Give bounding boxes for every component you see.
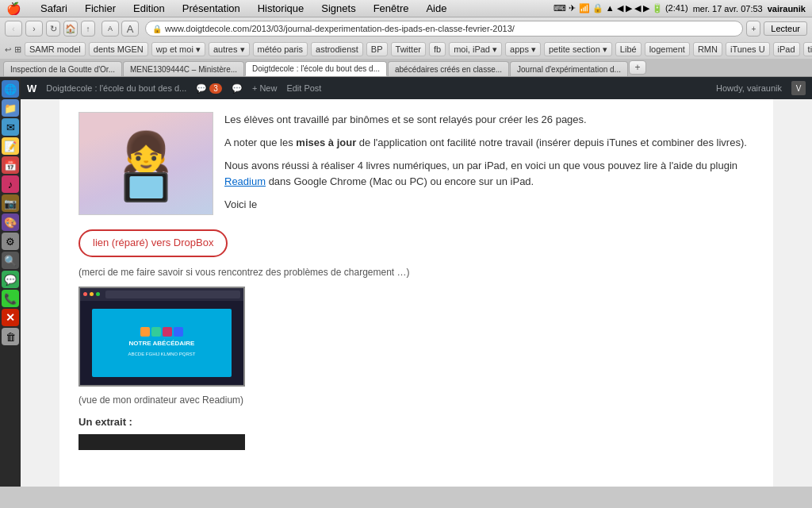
apple-menu[interactable]: 🍎 xyxy=(6,2,21,16)
text-smaller-button[interactable]: A xyxy=(102,21,119,37)
dock-music-icon[interactable]: ♪ xyxy=(2,175,19,193)
wp-comments[interactable]: 💬 3 xyxy=(196,83,222,94)
reload-icon: ↻ xyxy=(50,24,57,34)
wp-logo[interactable]: W xyxy=(27,83,36,94)
tab-4[interactable]: abécédaires créés en classe... xyxy=(388,61,509,76)
go-back-small[interactable]: ↩ xyxy=(5,45,11,54)
bookmark-autres[interactable]: autres ▾ xyxy=(209,42,250,56)
wp-new-button[interactable]: + New xyxy=(252,83,278,93)
forward-icon: › xyxy=(33,25,35,33)
tab-grid-icon[interactable]: ⊞ xyxy=(14,44,21,55)
dock-photos-icon[interactable]: 📷 xyxy=(2,194,19,212)
text-2-prefix: A noter que les xyxy=(224,137,296,148)
menu-bar-left: 🍎 Safari Fichier Edition Présentation Hi… xyxy=(6,2,450,16)
bookmark-itunes[interactable]: iTunes U xyxy=(726,42,770,56)
back-button[interactable]: ‹ xyxy=(5,21,22,37)
tab-1[interactable]: Inspection de la Goutte d'Or... xyxy=(3,61,122,76)
ipad-screen xyxy=(129,176,163,198)
home-button[interactable]: 🏠 xyxy=(63,21,78,37)
ss-url-bar xyxy=(105,291,240,298)
screenshot-inner: NOTRE ABÉCÉDAIRE ABCDE FGHIJ KLMNO PQRST xyxy=(80,288,243,385)
tab-3[interactable]: Doigtdecole : l'école du bout des d... xyxy=(245,61,387,76)
dock-messages-icon[interactable]: 💬 xyxy=(2,271,19,288)
menu-bar-right: ⌨ ✈ 📶 🔒 ▲ ◀ ▶ ◀ ▶ 🔋 (2:41) mer. 17 avr. … xyxy=(553,0,806,17)
wp-howdy: Howdy, vairaunik xyxy=(716,83,782,93)
bookmark-petite[interactable]: petite section ▾ xyxy=(544,42,612,56)
bookmark-apps[interactable]: apps ▾ xyxy=(505,42,541,56)
text-larger-button[interactable]: A xyxy=(121,21,139,37)
bookmark-dents[interactable]: dents MGEN xyxy=(89,42,148,56)
forward-button[interactable]: › xyxy=(25,21,43,37)
ss-close-dot xyxy=(83,292,87,296)
dock-browser-icon[interactable]: 🌐 xyxy=(2,80,19,98)
bookmark-twitter[interactable]: Twitter xyxy=(391,42,426,56)
add-tab-button[interactable]: + xyxy=(746,21,760,37)
menu-historique[interactable]: Historique xyxy=(255,2,308,14)
url-text: www.doigtdecole.com/2013/03/journal-dexp… xyxy=(165,24,515,33)
screenshot-content: NOTRE ABÉCÉDAIRE ABCDE FGHIJ KLMNO PQRST xyxy=(92,309,231,376)
datetime: mer. 17 avr. 07:53 xyxy=(693,4,763,13)
dock-finder-icon[interactable]: 📁 xyxy=(2,99,19,117)
dock-art-icon[interactable]: 🎨 xyxy=(2,214,19,231)
readium-link[interactable]: Readium xyxy=(224,175,266,187)
menu-fenetre[interactable]: Fenêtre xyxy=(370,2,412,14)
reader-button[interactable]: Lecteur xyxy=(764,21,807,36)
dock-notes-icon[interactable]: 📝 xyxy=(2,137,19,155)
ipad-prop xyxy=(124,172,168,202)
bookmark-fb[interactable]: fb xyxy=(429,42,446,56)
ss-img-4 xyxy=(174,327,183,337)
menu-edition[interactable]: Edition xyxy=(130,2,168,14)
text-2-suffix: de l'application ont facilité notre trav… xyxy=(356,137,747,148)
dock-calendar-icon[interactable]: 📅 xyxy=(2,156,19,174)
bookmark-rmn[interactable]: RMN xyxy=(693,42,722,56)
dropbox-link-container: lien (réparé) vers DropBox xyxy=(79,229,754,257)
tab-5[interactable]: Journal d'expérimentation d... xyxy=(510,61,628,76)
dock-phone-icon[interactable]: 📞 xyxy=(2,290,19,307)
wp-edit-post[interactable]: Edit Post xyxy=(286,83,321,93)
ss-img-2 xyxy=(151,327,161,337)
ss-max-dot xyxy=(96,292,100,296)
bookmark-bp[interactable]: BP xyxy=(366,42,388,56)
menu-fichier[interactable]: Fichier xyxy=(82,2,119,14)
ss-images-row xyxy=(140,327,183,337)
wp-site-name[interactable]: Doigtdecole : l'école du bout des d... xyxy=(46,83,186,93)
bookmark-moi-ipad[interactable]: moi, iPad ▾ xyxy=(449,42,502,56)
new-tab-button[interactable]: + xyxy=(629,60,646,75)
browser-toolbar-1: ‹ › ↻ 🏠 ↑ A A 🔒 www.doigtdecole.com/2013… xyxy=(0,17,812,40)
content-section-1: 👧 Les élèves ont travaillé par binômes e… xyxy=(79,112,754,221)
readium-screenshot: NOTRE ABÉCÉDAIRE ABCDE FGHIJ KLMNO PQRST xyxy=(79,287,245,387)
dropbox-link[interactable]: lien (réparé) vers DropBox xyxy=(79,229,228,257)
home-icon: 🏠 xyxy=(65,24,76,34)
parenthetical-text: (merci de me faire savoir si vous rencon… xyxy=(79,265,754,280)
dock-settings-icon[interactable]: ⚙ xyxy=(2,233,19,250)
menu-signets[interactable]: Signets xyxy=(318,2,358,14)
bookmark-meteo[interactable]: météo paris xyxy=(253,42,308,56)
tabs-bar: Inspection de la Goutte d'Or... MENE1309… xyxy=(0,59,812,76)
dock-x-icon[interactable]: ✕ xyxy=(2,309,19,326)
wp-admin-right: Howdy, vairaunik V xyxy=(716,81,806,95)
status-icons: ⌨ ✈ 📶 🔒 ▲ ◀ ▶ ◀ ▶ 🔋 (2:41) xyxy=(553,3,688,13)
page-content: 👧 Les élèves ont travaillé par binômes e… xyxy=(59,99,773,487)
menu-aide[interactable]: Aide xyxy=(423,2,450,14)
bookmark-samr[interactable]: SAMR model xyxy=(25,42,86,56)
bookmark-libe[interactable]: Libé xyxy=(615,42,642,56)
dock-mail-icon[interactable]: ✉ xyxy=(2,118,19,136)
tab-2[interactable]: MENE1309444C – Ministère... xyxy=(123,61,244,76)
bookmark-astro[interactable]: astrodienst xyxy=(311,42,363,56)
bookmark-tice[interactable]: tice ▾ xyxy=(803,42,812,56)
ss-img-3 xyxy=(163,327,172,337)
share-button[interactable]: ↑ xyxy=(81,21,95,37)
wp-bubble-icon[interactable]: 💬 xyxy=(232,83,243,94)
back-icon: ‹ xyxy=(12,25,14,33)
menu-presentation[interactable]: Présentation xyxy=(179,2,243,14)
menu-safari[interactable]: Safari xyxy=(37,2,71,14)
dock-search-icon[interactable]: 🔍 xyxy=(2,252,19,269)
browser-chrome: ‹ › ↻ 🏠 ↑ A A 🔒 www.doigtdecole.com/2013… xyxy=(0,17,812,77)
bookmark-wp[interactable]: wp et moi ▾ xyxy=(151,42,205,56)
reload-button[interactable]: ↻ xyxy=(46,21,60,37)
bookmark-ipad[interactable]: iPad xyxy=(773,42,800,56)
bookmark-logement[interactable]: logement xyxy=(645,42,690,56)
dock-trash-icon[interactable]: 🗑 xyxy=(2,328,19,345)
extrait-label: Un extrait : xyxy=(79,414,754,431)
url-bar[interactable]: 🔒 www.doigtdecole.com/2013/03/journal-de… xyxy=(145,21,743,37)
